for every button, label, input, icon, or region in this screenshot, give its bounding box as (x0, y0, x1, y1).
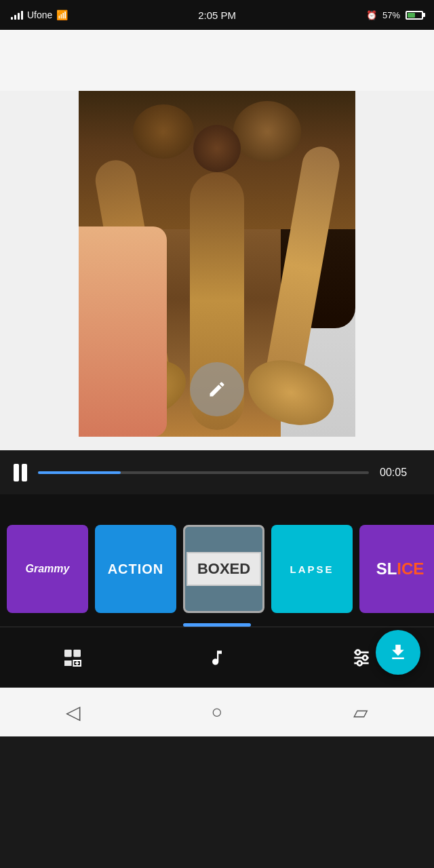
filter-boxed[interactable]: BOXED (183, 525, 264, 613)
filter-carousel[interactable]: Grammy ACTION BOXED LAPSE SLICE (0, 515, 434, 623)
video-container (0, 91, 434, 450)
nav-bar: ◁ ○ ▱ (0, 688, 434, 736)
svg-point-7 (357, 660, 362, 665)
video-frame[interactable] (79, 91, 355, 437)
status-right: ⏰ 57% (366, 10, 423, 20)
toolbar-effects[interactable] (60, 646, 85, 670)
svg-rect-0 (64, 650, 72, 657)
filter-slice[interactable]: SLICE (359, 525, 434, 613)
status-left: Ufone 📶 (11, 9, 68, 20)
toolbar-music[interactable] (205, 646, 229, 670)
pencil-icon (208, 380, 226, 399)
top-spacer (0, 30, 434, 91)
download-fab[interactable] (376, 630, 420, 675)
empty-space (0, 494, 434, 515)
bottom-toolbar (0, 627, 434, 688)
download-icon (388, 642, 408, 663)
svg-rect-1 (73, 650, 81, 657)
battery-icon (406, 11, 423, 20)
adjust-icon (349, 646, 374, 670)
pause-button[interactable] (14, 464, 27, 481)
progress-fill (38, 471, 121, 474)
svg-point-3 (356, 650, 361, 654)
filter-lapse[interactable]: LAPSE (271, 525, 353, 613)
alarm-icon: ⏰ (366, 10, 377, 20)
status-time: 2:05 PM (198, 9, 236, 21)
carrier-label: Ufone (27, 9, 52, 20)
hair-bun-left (133, 104, 194, 159)
hair-bun-right (233, 101, 301, 162)
edit-overlay[interactable] (190, 362, 244, 416)
status-bar: Ufone 📶 2:05 PM ⏰ 57% (0, 0, 434, 30)
filter-grammy[interactable]: Grammy (7, 525, 88, 613)
active-indicator (0, 623, 434, 627)
active-tab-line (183, 623, 251, 627)
battery-percentage: 57% (382, 10, 400, 20)
hair-center-bun (193, 125, 241, 172)
signal-icon (11, 10, 23, 20)
nav-back-button[interactable]: ◁ (66, 701, 81, 724)
progress-track[interactable] (38, 471, 369, 474)
svg-point-5 (363, 655, 368, 660)
nav-home-button[interactable]: ○ (212, 701, 223, 723)
filter-action[interactable]: ACTION (95, 525, 176, 613)
filter-boxed-inner: BOXED (186, 552, 261, 586)
music-icon (205, 646, 229, 670)
toolbar-adjust[interactable] (349, 646, 374, 670)
nav-recent-button[interactable]: ▱ (353, 701, 368, 724)
effects-icon (60, 646, 85, 670)
time-display: 00:05 (380, 467, 420, 479)
person-left (79, 226, 167, 437)
playback-bar: 00:05 (0, 450, 434, 494)
wifi-icon: 📶 (56, 9, 68, 20)
